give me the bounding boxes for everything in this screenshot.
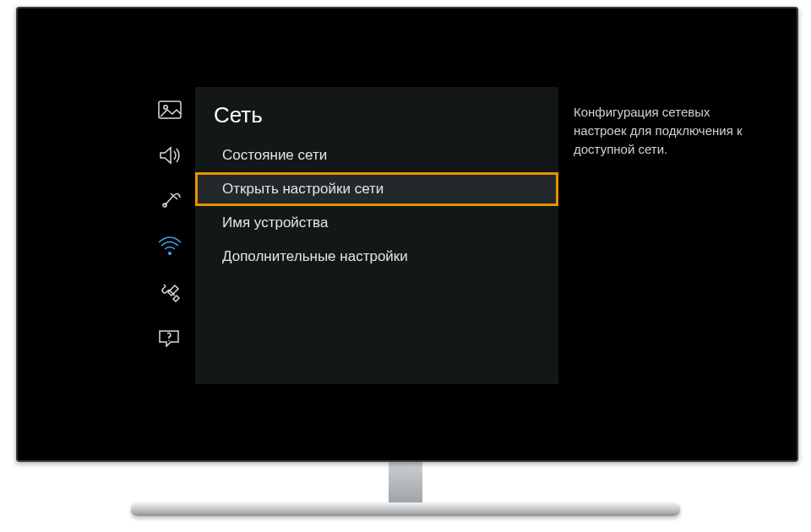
tv-screen: Сеть Состояние сети Открыть настройки се…	[18, 8, 797, 460]
system-icon[interactable]	[158, 282, 182, 302]
menu-item-advanced-settings[interactable]: Дополнительные настройки	[195, 240, 558, 274]
tv-stand-base	[131, 502, 680, 516]
menu-item-open-network-settings[interactable]: Открыть настройки сети	[195, 172, 558, 206]
sound-icon[interactable]	[158, 145, 182, 166]
svg-point-3	[168, 252, 171, 255]
tv-frame: Сеть Состояние сети Открыть настройки се…	[16, 7, 798, 462]
help-description: Конфигурация сетевых настроек для подклю…	[574, 103, 759, 158]
network-icon[interactable]	[158, 236, 182, 257]
settings-sidebar	[149, 100, 191, 348]
panel-title: Сеть	[195, 87, 558, 138]
tv-stand-neck	[389, 460, 422, 504]
picture-icon[interactable]	[158, 100, 182, 120]
menu-item-network-status[interactable]: Состояние сети	[195, 138, 558, 172]
settings-panel: Сеть Состояние сети Открыть настройки се…	[195, 87, 558, 384]
support-icon[interactable]	[158, 328, 182, 348]
settings-menu: Состояние сети Открыть настройки сети Им…	[195, 138, 558, 274]
svg-point-1	[164, 106, 167, 109]
broadcast-icon[interactable]	[158, 191, 182, 211]
svg-point-4	[168, 340, 170, 342]
menu-item-device-name[interactable]: Имя устройства	[195, 206, 558, 240]
